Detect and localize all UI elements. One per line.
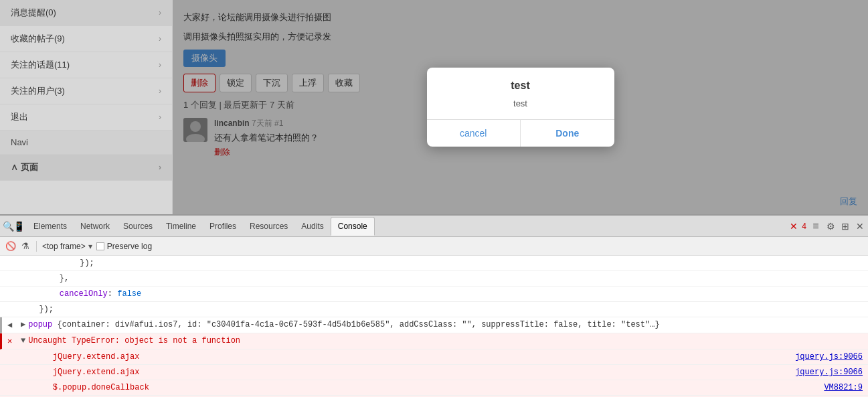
console-error-main: ✕ ▼ Uncaught TypeError: object is not a …: [0, 333, 868, 349]
modal-body: test: [427, 98, 614, 119]
preserve-log-toggle[interactable]: Preserve log: [96, 242, 152, 251]
preserve-log-checkbox[interactable]: [96, 242, 104, 250]
console-line: });: [0, 256, 868, 271]
console-text: cancelOnly: false: [40, 288, 863, 300]
console-output: }); }, cancelOnly: false }); ◀ ▶: [0, 256, 868, 397]
console-gutter: [20, 382, 33, 382]
tab-profiles[interactable]: Profiles: [203, 218, 243, 235]
sidebar-item-label: 消息提醒(0): [11, 7, 56, 19]
devtools-tab-bar: 🔍 📱 Elements Network Sources Timeline Pr…: [0, 216, 868, 237]
inspect-icon[interactable]: 🔍: [3, 221, 13, 232]
error-count-badge: 4: [802, 222, 806, 231]
content-area: 大家好，论坛能调用摄像头进行拍摄图 调用摄像头拍照挺实用的，方便记录发 摄像头 …: [173, 0, 868, 214]
sidebar: 消息提醒(0) › 收藏的帖子(9) › 关注的话题(11) › 关注的用户(3…: [0, 0, 173, 214]
tab-audits[interactable]: Audits: [294, 218, 330, 235]
close-error-icon[interactable]: ✕: [790, 221, 798, 232]
modal-title: test: [427, 68, 614, 98]
close-devtools-icon[interactable]: ✕: [855, 221, 865, 232]
chevron-icon: ›: [159, 8, 161, 17]
toolbar-separator: [36, 241, 37, 252]
console-trace-text: jQuery.extend.ajax: [33, 351, 788, 363]
tab-console[interactable]: Console: [331, 217, 375, 236]
frame-selector[interactable]: <top frame> ▾: [42, 242, 92, 251]
console-line: });: [0, 302, 868, 317]
expand-icon[interactable]: ≡: [810, 221, 821, 232]
modal-cancel-button[interactable]: cancel: [427, 120, 521, 147]
chevron-icon: ›: [159, 163, 161, 172]
console-error-trace-3: $.popup.doneCallback VM8821:9: [0, 380, 868, 396]
console-source-link[interactable]: VM8821:9: [817, 382, 863, 394]
modal-footer: cancel Done: [427, 119, 614, 147]
devtools-toolbar: 🚫 ⚗ <top frame> ▾ Preserve log: [0, 237, 868, 256]
console-gutter: ◀: [7, 319, 21, 331]
tab-network[interactable]: Network: [74, 218, 116, 235]
sidebar-item-page[interactable]: ∧ 页面 ›: [0, 155, 172, 181]
left-arrow-icon[interactable]: ◀: [7, 319, 12, 331]
modal-overlay: test test cancel Done: [173, 0, 868, 214]
tab-sources[interactable]: Sources: [116, 218, 159, 235]
settings-icon[interactable]: ⚙: [825, 221, 836, 232]
chevron-icon: ›: [159, 34, 161, 44]
preserve-log-label: Preserve log: [107, 242, 152, 251]
devtools-right-controls: ✕ 4 ≡ ⚙ ⊞ ✕: [790, 221, 865, 232]
chevron-icon: ›: [159, 112, 161, 122]
sidebar-item-label: 关注的话题(11): [11, 59, 70, 71]
sidebar-item-label: Navi: [11, 137, 28, 147]
console-popup-text: popup {container: div#afui.ios7, id: "c3…: [28, 319, 863, 331]
console-gutter: [20, 351, 33, 351]
chevron-icon: ›: [159, 60, 161, 70]
sidebar-item-messages[interactable]: 消息提醒(0) ›: [0, 0, 172, 26]
sidebar-item-users[interactable]: 关注的用户(3) ›: [0, 78, 172, 104]
console-trace-text: $.popup.doneCallback: [33, 382, 817, 394]
collapse-triangle-icon[interactable]: ▼: [21, 335, 25, 347]
sidebar-item-favorites[interactable]: 收藏的帖子(9) ›: [0, 26, 172, 52]
sidebar-item-navi[interactable]: Navi: [0, 131, 172, 155]
console-error-trace-1: jQuery.extend.ajax jquery.js:9066: [0, 349, 868, 365]
expand-triangle-icon[interactable]: ▶: [21, 319, 25, 331]
undock-icon[interactable]: ⊞: [840, 221, 851, 232]
console-error-text: Uncaught TypeError: object is not a func…: [28, 335, 863, 347]
tab-elements[interactable]: Elements: [27, 218, 74, 235]
sidebar-item-label: 关注的用户(3): [11, 85, 65, 97]
console-gutter: [20, 366, 33, 367]
tab-timeline[interactable]: Timeline: [159, 218, 203, 235]
sidebar-item-label: 收藏的帖子(9): [11, 33, 65, 45]
no-entry-icon[interactable]: 🚫: [5, 241, 16, 252]
console-gutter: [27, 288, 40, 289]
tab-resources[interactable]: Resources: [243, 218, 294, 235]
console-error-trace-2: jQuery.extend.ajax jquery.js:9066: [0, 365, 868, 380]
frame-dropdown-icon[interactable]: ▾: [88, 242, 92, 251]
console-gutter: [16, 303, 29, 304]
sidebar-item-logout[interactable]: 退出 ›: [0, 104, 172, 131]
console-gutter: ✕: [7, 335, 21, 347]
frame-label: <top frame>: [42, 242, 86, 251]
console-text: });: [29, 303, 863, 315]
console-trace-text: jQuery.extend.ajax: [33, 366, 788, 378]
modal-done-button[interactable]: Done: [521, 120, 614, 147]
devtools-left-icons: 🔍 📱: [3, 221, 24, 232]
console-text: },: [40, 272, 863, 285]
mobile-icon[interactable]: 📱: [13, 221, 24, 232]
console-line: cancelOnly: false: [0, 287, 868, 302]
error-icon: ✕: [7, 335, 12, 347]
devtools-panel: 🔍 📱 Elements Network Sources Timeline Pr…: [0, 214, 868, 397]
console-source-link[interactable]: jquery.js:9066: [788, 366, 863, 378]
sidebar-item-label: ∧ 页面: [11, 161, 38, 173]
console-gutter: [37, 257, 51, 258]
sidebar-item-topics[interactable]: 关注的话题(11) ›: [0, 52, 172, 78]
console-text: });: [51, 257, 863, 269]
console-line: },: [0, 271, 868, 287]
console-gutter: [27, 272, 40, 273]
chevron-icon: ›: [159, 86, 161, 96]
sidebar-item-label: 退出: [11, 111, 28, 123]
filter-icon[interactable]: ⚗: [20, 241, 31, 252]
modal-dialog: test test cancel Done: [427, 68, 614, 147]
console-popup-line: ◀ ▶ popup {container: div#afui.ios7, id:…: [0, 317, 868, 333]
console-source-link[interactable]: jquery.js:9066: [788, 351, 863, 363]
